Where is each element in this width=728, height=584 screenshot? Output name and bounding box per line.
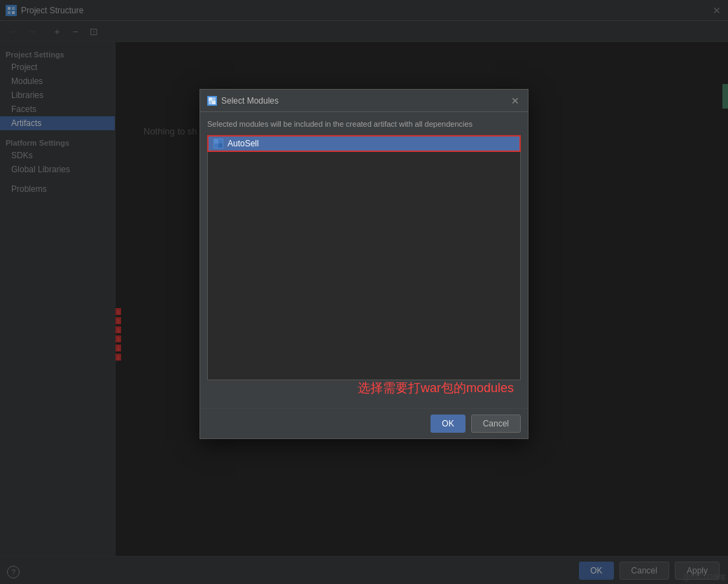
module-list: AutoSell <box>207 135 521 380</box>
svg-rect-11 <box>218 144 223 148</box>
svg-rect-5 <box>212 97 216 101</box>
dialog-cancel-button[interactable]: Cancel <box>471 415 521 433</box>
dialog-title: Select Modules <box>221 96 510 106</box>
svg-rect-8 <box>214 139 218 144</box>
annotation-text: 选择需要打war包的modules <box>358 380 514 396</box>
dialog-content: Selected modules will be included in the… <box>200 112 528 408</box>
select-modules-dialog: Select Modules ✕ Selected modules will b… <box>200 89 528 439</box>
dialog-footer: OK Cancel <box>200 408 528 438</box>
dialog-icon <box>207 96 217 106</box>
svg-rect-4 <box>209 97 212 101</box>
svg-rect-9 <box>218 139 223 144</box>
svg-rect-10 <box>214 144 218 148</box>
dialog-description: Selected modules will be included in the… <box>207 119 521 130</box>
svg-rect-6 <box>209 101 212 104</box>
module-icon <box>214 139 223 148</box>
dialog-close-button[interactable]: ✕ <box>510 95 521 106</box>
svg-rect-7 <box>212 101 216 104</box>
module-name: AutoSell <box>227 139 259 148</box>
dialog-title-bar: Select Modules ✕ <box>200 90 528 112</box>
dialog-ok-button[interactable]: OK <box>430 415 465 433</box>
module-list-item[interactable]: AutoSell <box>208 136 520 151</box>
modal-overlay: Select Modules ✕ Selected modules will b… <box>0 0 728 584</box>
